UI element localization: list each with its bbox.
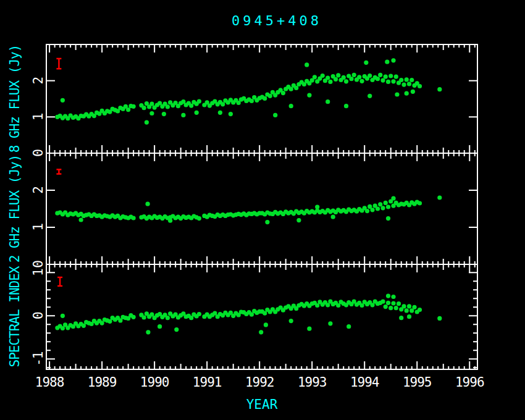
data-points (55, 58, 442, 124)
x-tick-label: 1994 (350, 375, 379, 390)
y-ticks: 012 (31, 187, 477, 268)
x-tick-label: 1988 (35, 375, 64, 390)
panel-flux_2ghz: 012 (31, 153, 477, 268)
y-ticks: 012 (31, 77, 477, 157)
y-axis-label-2ghz-flux: 2 GHz FLUX (Jy) (7, 155, 22, 263)
y-axis-label-8ghz-flux: 8 GHz FLUX (Jy) (7, 45, 22, 153)
data-points (55, 195, 442, 224)
x-tick-label: 1989 (88, 375, 117, 390)
error-bar-sample (57, 277, 62, 286)
data-points (55, 294, 442, 335)
x-tick-labels: 198819891990199119921993199419951996 (35, 375, 484, 390)
y-tick-label: 1 (31, 269, 46, 276)
x-tick-label: 1993 (298, 375, 327, 390)
panel-flux_8ghz: 012 (31, 44, 477, 157)
x-tick-label: 1995 (403, 375, 432, 390)
x-tick-label: 1996 (455, 375, 484, 390)
y-tick-label: 0 (31, 261, 46, 268)
y-tick-label: 2 (31, 187, 46, 194)
error-bar-sample (56, 59, 61, 69)
x-tick-label: 1991 (193, 375, 222, 390)
x-ticks (49, 153, 475, 264)
error-bar-sample (56, 169, 61, 174)
light-curve-figure: 0945+408 012012-101198819891990199119921… (0, 0, 525, 420)
plot-area: 012012-101198819891990199119921993199419… (0, 0, 525, 420)
y-tick-label: 1 (31, 113, 46, 120)
y-tick-label: 1 (31, 224, 46, 231)
y-tick-label: 2 (31, 77, 46, 85)
y-tick-label: -1 (31, 351, 46, 366)
x-tick-label: 1990 (140, 375, 169, 390)
x-axis-label: YEAR (246, 397, 278, 412)
y-tick-label: 0 (31, 312, 46, 319)
x-tick-label: 1992 (245, 375, 274, 390)
y-tick-label: 0 (31, 149, 46, 157)
y-axis-label-spectral-index: SPECTRAL INDEX (7, 266, 22, 367)
panel-spectral_index: -101 (31, 264, 477, 369)
